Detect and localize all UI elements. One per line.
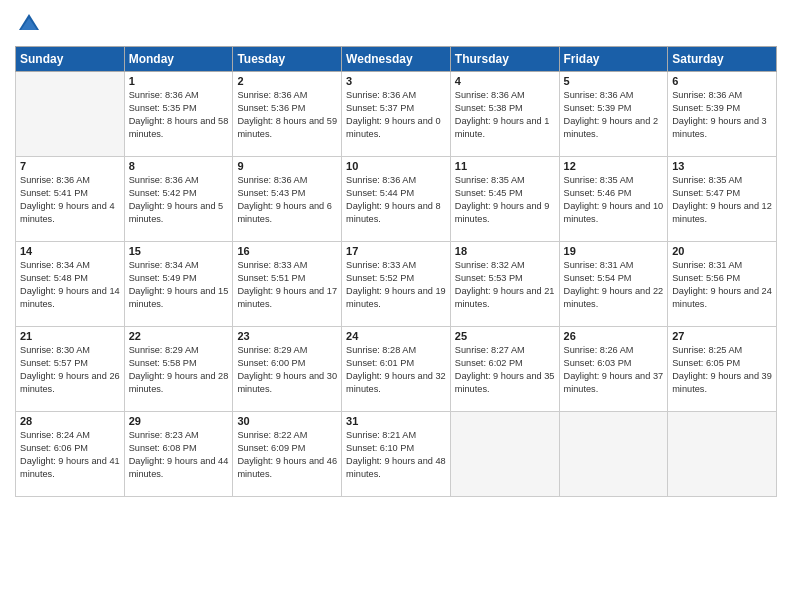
calendar-cell: 8Sunrise: 8:36 AMSunset: 5:42 PMDaylight… — [124, 157, 233, 242]
day-info: Sunrise: 8:35 AMSunset: 5:45 PMDaylight:… — [455, 174, 555, 226]
calendar-cell: 3Sunrise: 8:36 AMSunset: 5:37 PMDaylight… — [342, 72, 451, 157]
calendar-cell: 21Sunrise: 8:30 AMSunset: 5:57 PMDayligh… — [16, 327, 125, 412]
day-number: 10 — [346, 160, 446, 172]
calendar-cell: 12Sunrise: 8:35 AMSunset: 5:46 PMDayligh… — [559, 157, 668, 242]
day-number: 9 — [237, 160, 337, 172]
calendar-cell: 23Sunrise: 8:29 AMSunset: 6:00 PMDayligh… — [233, 327, 342, 412]
weekday-header: Monday — [124, 47, 233, 72]
weekday-header: Tuesday — [233, 47, 342, 72]
calendar-cell: 29Sunrise: 8:23 AMSunset: 6:08 PMDayligh… — [124, 412, 233, 497]
weekday-header: Saturday — [668, 47, 777, 72]
day-number: 6 — [672, 75, 772, 87]
day-number: 4 — [455, 75, 555, 87]
calendar-cell: 27Sunrise: 8:25 AMSunset: 6:05 PMDayligh… — [668, 327, 777, 412]
calendar-cell: 20Sunrise: 8:31 AMSunset: 5:56 PMDayligh… — [668, 242, 777, 327]
calendar-cell: 18Sunrise: 8:32 AMSunset: 5:53 PMDayligh… — [450, 242, 559, 327]
calendar-cell: 6Sunrise: 8:36 AMSunset: 5:39 PMDaylight… — [668, 72, 777, 157]
calendar-cell: 2Sunrise: 8:36 AMSunset: 5:36 PMDaylight… — [233, 72, 342, 157]
calendar-cell: 14Sunrise: 8:34 AMSunset: 5:48 PMDayligh… — [16, 242, 125, 327]
day-info: Sunrise: 8:31 AMSunset: 5:54 PMDaylight:… — [564, 259, 664, 311]
day-number: 3 — [346, 75, 446, 87]
calendar-cell: 5Sunrise: 8:36 AMSunset: 5:39 PMDaylight… — [559, 72, 668, 157]
calendar-cell — [668, 412, 777, 497]
weekday-header: Thursday — [450, 47, 559, 72]
day-info: Sunrise: 8:30 AMSunset: 5:57 PMDaylight:… — [20, 344, 120, 396]
day-info: Sunrise: 8:36 AMSunset: 5:39 PMDaylight:… — [672, 89, 772, 141]
calendar-cell: 26Sunrise: 8:26 AMSunset: 6:03 PMDayligh… — [559, 327, 668, 412]
day-number: 19 — [564, 245, 664, 257]
day-number: 8 — [129, 160, 229, 172]
day-number: 20 — [672, 245, 772, 257]
calendar-cell: 16Sunrise: 8:33 AMSunset: 5:51 PMDayligh… — [233, 242, 342, 327]
day-info: Sunrise: 8:35 AMSunset: 5:46 PMDaylight:… — [564, 174, 664, 226]
day-number: 18 — [455, 245, 555, 257]
day-info: Sunrise: 8:36 AMSunset: 5:38 PMDaylight:… — [455, 89, 555, 141]
day-number: 7 — [20, 160, 120, 172]
calendar-cell: 10Sunrise: 8:36 AMSunset: 5:44 PMDayligh… — [342, 157, 451, 242]
day-number: 30 — [237, 415, 337, 427]
calendar-cell: 11Sunrise: 8:35 AMSunset: 5:45 PMDayligh… — [450, 157, 559, 242]
day-info: Sunrise: 8:33 AMSunset: 5:52 PMDaylight:… — [346, 259, 446, 311]
calendar-week-row: 28Sunrise: 8:24 AMSunset: 6:06 PMDayligh… — [16, 412, 777, 497]
day-info: Sunrise: 8:29 AMSunset: 5:58 PMDaylight:… — [129, 344, 229, 396]
calendar-cell: 28Sunrise: 8:24 AMSunset: 6:06 PMDayligh… — [16, 412, 125, 497]
calendar-cell: 7Sunrise: 8:36 AMSunset: 5:41 PMDaylight… — [16, 157, 125, 242]
day-info: Sunrise: 8:29 AMSunset: 6:00 PMDaylight:… — [237, 344, 337, 396]
day-info: Sunrise: 8:36 AMSunset: 5:36 PMDaylight:… — [237, 89, 337, 141]
day-number: 27 — [672, 330, 772, 342]
day-info: Sunrise: 8:21 AMSunset: 6:10 PMDaylight:… — [346, 429, 446, 481]
calendar-cell: 4Sunrise: 8:36 AMSunset: 5:38 PMDaylight… — [450, 72, 559, 157]
day-info: Sunrise: 8:36 AMSunset: 5:42 PMDaylight:… — [129, 174, 229, 226]
day-info: Sunrise: 8:28 AMSunset: 6:01 PMDaylight:… — [346, 344, 446, 396]
calendar-cell — [559, 412, 668, 497]
page-header — [15, 10, 777, 38]
weekday-header-row: SundayMondayTuesdayWednesdayThursdayFrid… — [16, 47, 777, 72]
day-number: 31 — [346, 415, 446, 427]
day-info: Sunrise: 8:32 AMSunset: 5:53 PMDaylight:… — [455, 259, 555, 311]
day-info: Sunrise: 8:31 AMSunset: 5:56 PMDaylight:… — [672, 259, 772, 311]
day-info: Sunrise: 8:27 AMSunset: 6:02 PMDaylight:… — [455, 344, 555, 396]
calendar-cell: 17Sunrise: 8:33 AMSunset: 5:52 PMDayligh… — [342, 242, 451, 327]
calendar-table: SundayMondayTuesdayWednesdayThursdayFrid… — [15, 46, 777, 497]
day-info: Sunrise: 8:34 AMSunset: 5:49 PMDaylight:… — [129, 259, 229, 311]
day-number: 11 — [455, 160, 555, 172]
day-info: Sunrise: 8:35 AMSunset: 5:47 PMDaylight:… — [672, 174, 772, 226]
day-info: Sunrise: 8:34 AMSunset: 5:48 PMDaylight:… — [20, 259, 120, 311]
calendar-cell: 1Sunrise: 8:36 AMSunset: 5:35 PMDaylight… — [124, 72, 233, 157]
day-info: Sunrise: 8:33 AMSunset: 5:51 PMDaylight:… — [237, 259, 337, 311]
day-info: Sunrise: 8:25 AMSunset: 6:05 PMDaylight:… — [672, 344, 772, 396]
day-number: 24 — [346, 330, 446, 342]
day-info: Sunrise: 8:36 AMSunset: 5:37 PMDaylight:… — [346, 89, 446, 141]
day-number: 21 — [20, 330, 120, 342]
day-number: 5 — [564, 75, 664, 87]
day-number: 23 — [237, 330, 337, 342]
day-info: Sunrise: 8:24 AMSunset: 6:06 PMDaylight:… — [20, 429, 120, 481]
day-number: 29 — [129, 415, 229, 427]
weekday-header: Wednesday — [342, 47, 451, 72]
day-number: 17 — [346, 245, 446, 257]
day-info: Sunrise: 8:36 AMSunset: 5:44 PMDaylight:… — [346, 174, 446, 226]
calendar-cell: 22Sunrise: 8:29 AMSunset: 5:58 PMDayligh… — [124, 327, 233, 412]
day-info: Sunrise: 8:23 AMSunset: 6:08 PMDaylight:… — [129, 429, 229, 481]
calendar-week-row: 14Sunrise: 8:34 AMSunset: 5:48 PMDayligh… — [16, 242, 777, 327]
day-info: Sunrise: 8:36 AMSunset: 5:35 PMDaylight:… — [129, 89, 229, 141]
day-number: 16 — [237, 245, 337, 257]
calendar-cell: 31Sunrise: 8:21 AMSunset: 6:10 PMDayligh… — [342, 412, 451, 497]
day-number: 13 — [672, 160, 772, 172]
weekday-header: Friday — [559, 47, 668, 72]
day-number: 2 — [237, 75, 337, 87]
day-info: Sunrise: 8:36 AMSunset: 5:43 PMDaylight:… — [237, 174, 337, 226]
calendar-cell: 19Sunrise: 8:31 AMSunset: 5:54 PMDayligh… — [559, 242, 668, 327]
day-number: 25 — [455, 330, 555, 342]
day-number: 12 — [564, 160, 664, 172]
calendar-cell: 24Sunrise: 8:28 AMSunset: 6:01 PMDayligh… — [342, 327, 451, 412]
day-number: 28 — [20, 415, 120, 427]
calendar-week-row: 1Sunrise: 8:36 AMSunset: 5:35 PMDaylight… — [16, 72, 777, 157]
day-number: 15 — [129, 245, 229, 257]
calendar-cell: 13Sunrise: 8:35 AMSunset: 5:47 PMDayligh… — [668, 157, 777, 242]
day-number: 1 — [129, 75, 229, 87]
calendar-page: SundayMondayTuesdayWednesdayThursdayFrid… — [0, 0, 792, 612]
weekday-header: Sunday — [16, 47, 125, 72]
calendar-week-row: 7Sunrise: 8:36 AMSunset: 5:41 PMDaylight… — [16, 157, 777, 242]
day-info: Sunrise: 8:36 AMSunset: 5:39 PMDaylight:… — [564, 89, 664, 141]
